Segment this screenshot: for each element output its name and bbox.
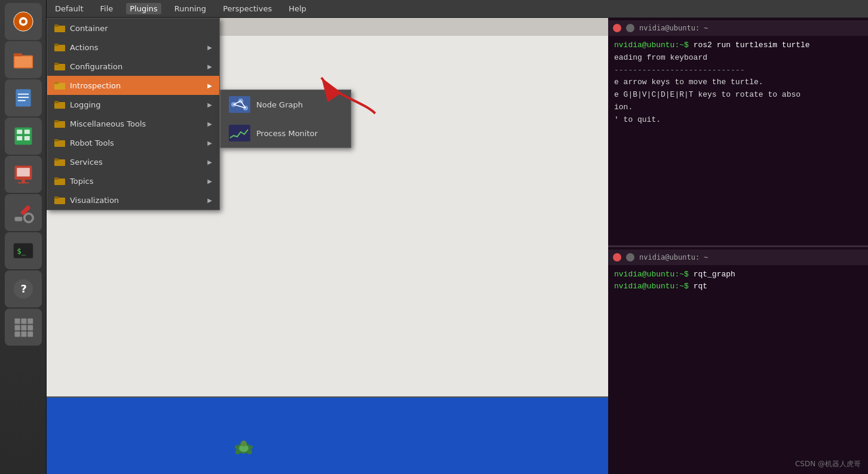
svg-rect-32 [14, 331, 20, 337]
terminal-top: nvidia@ubuntu: ~ nvidia@ubuntu:~$ ros2 r… [608, 18, 868, 247]
folder-icon-container [54, 23, 65, 33]
folder-icon-services [54, 156, 65, 167]
plugins-dropdown: Container Actions ▶ [47, 18, 220, 210]
term-bottom-line-1: nvidia@ubuntu:~$ rqt_graph [614, 269, 862, 281]
terminal-top-content: nvidia@ubuntu:~$ ros2 run turtlesim turt… [608, 36, 868, 130]
terminal-bottom-content: nvidia@ubuntu:~$ rqt_graph nvidia@ubuntu… [608, 265, 868, 297]
svg-text:?: ? [20, 282, 26, 295]
svg-rect-4 [13, 53, 22, 56]
svg-rect-29 [14, 325, 20, 330]
folder-icon [13, 49, 34, 70]
menu-item-visualization[interactable]: Visualization ▶ [47, 190, 219, 210]
terminal-bottom-header: nvidia@ubuntu: ~ [608, 250, 868, 265]
sidebar-icon-ros[interactable] [5, 3, 42, 40]
watermark: CSDN @机器人虎哥 [795, 459, 861, 469]
help-icon: ? [13, 278, 34, 300]
term-line-2: eading from keyboard [614, 52, 862, 64]
svg-rect-31 [27, 325, 33, 330]
svg-rect-52 [54, 177, 59, 180]
svg-rect-14 [24, 136, 29, 140]
tools-icon [13, 202, 34, 223]
terminal-icon: $_ [13, 240, 34, 261]
rqt-menubar: Default File Plugins Running Perspective… [47, 0, 868, 18]
arrow-icon-actions: ▶ [207, 44, 212, 51]
svg-rect-18 [18, 183, 29, 184]
submenu-item-node-graph[interactable]: Node Graph [220, 90, 351, 119]
folder-icon-visualization [54, 195, 65, 205]
svg-rect-16 [17, 168, 30, 176]
sidebar-icon-terminal[interactable]: $_ [5, 232, 42, 269]
menu-item-configuration[interactable]: Configuration ▶ [47, 57, 219, 76]
svg-rect-5 [14, 57, 32, 67]
sidebar: $_ ? [0, 0, 47, 474]
menu-file[interactable]: File [97, 3, 117, 14]
menu-item-introspection[interactable]: Introspection ▶ [47, 76, 219, 95]
sidebar-icon-tools[interactable] [5, 194, 42, 231]
svg-rect-13 [17, 136, 22, 140]
sidebar-icon-presentation[interactable] [5, 156, 42, 193]
terminal-area: nvidia@ubuntu: ~ nvidia@ubuntu:~$ ros2 r… [608, 18, 868, 474]
svg-point-21 [24, 214, 32, 222]
menu-running[interactable]: Running [171, 3, 210, 14]
submenu-item-process-monitor[interactable]: Process Monitor [220, 119, 351, 147]
svg-rect-20 [14, 217, 22, 221]
menu-item-topics[interactable]: Topics ▶ [47, 171, 219, 190]
svg-point-68 [247, 450, 252, 454]
submenu-item-process-monitor-label: Process Monitor [256, 129, 318, 138]
node-graph-icon [229, 96, 250, 113]
svg-rect-44 [54, 101, 59, 103]
sidebar-icon-files[interactable] [5, 41, 42, 78]
menu-item-services-label: Services [70, 158, 203, 167]
svg-rect-36 [54, 24, 59, 27]
folder-icon-topics [54, 176, 65, 186]
menu-item-container[interactable]: Container [47, 19, 219, 38]
menu-item-container-label: Container [70, 24, 212, 33]
folder-icon-logging [54, 99, 65, 110]
svg-rect-33 [21, 331, 26, 337]
menu-default[interactable]: Default [51, 3, 87, 14]
terminal-top-header: nvidia@ubuntu: ~ [608, 20, 868, 36]
term-close-dot-top[interactable] [613, 24, 621, 32]
svg-rect-26 [14, 319, 20, 324]
menu-item-logging[interactable]: Logging ▶ [47, 95, 219, 114]
menu-item-actions-label: Actions [70, 43, 203, 52]
submenu-item-node-graph-label: Node Graph [256, 100, 303, 109]
arrow-icon-robot-tools: ▶ [207, 140, 212, 146]
svg-text:$_: $_ [17, 247, 26, 256]
menu-item-robot-tools[interactable]: Robot Tools ▶ [47, 133, 219, 152]
menu-item-actions[interactable]: Actions ▶ [47, 38, 219, 57]
menu-item-introspection-label: Introspection [70, 81, 203, 90]
menu-item-configuration-label: Configuration [70, 62, 203, 71]
svg-rect-27 [21, 319, 26, 324]
svg-point-67 [235, 450, 240, 454]
menu-item-services[interactable]: Services ▶ [47, 152, 219, 171]
svg-rect-8 [18, 97, 29, 98]
arrow-icon-logging: ▶ [207, 101, 212, 108]
svg-rect-50 [54, 158, 59, 161]
presentation-icon [13, 164, 34, 185]
svg-rect-40 [54, 63, 59, 65]
menu-item-miscellaneous-tools[interactable]: Miscellaneous Tools ▶ [47, 114, 219, 133]
menu-perspectives[interactable]: Perspectives [219, 3, 275, 14]
arrow-icon-misc-tools: ▶ [207, 121, 212, 127]
arrow-icon-services: ▶ [207, 159, 212, 165]
menu-item-logging-label: Logging [70, 100, 203, 109]
sidebar-icon-document[interactable] [5, 79, 42, 116]
folder-icon-configuration [54, 61, 65, 72]
term-minimize-dot-top[interactable] [626, 24, 634, 32]
svg-rect-7 [18, 94, 29, 95]
turtlesim-window [47, 396, 608, 474]
sidebar-icon-help[interactable]: ? [5, 270, 42, 307]
sidebar-icon-grid[interactable] [5, 309, 42, 346]
term-close-dot-bottom[interactable] [613, 253, 621, 261]
sidebar-icon-spreadsheet[interactable] [5, 118, 42, 155]
menu-plugins[interactable]: Plugins [126, 3, 161, 14]
term-minimize-dot-bottom[interactable] [626, 253, 634, 261]
term-line-5: e G|B|V|C|D|E|R|T keys to rotate to abso [614, 89, 862, 101]
arrow-icon-introspection: ▶ [207, 82, 212, 89]
menu-help[interactable]: Help [285, 3, 310, 14]
term-line-3: ---------------------------- [614, 64, 862, 77]
svg-rect-30 [21, 325, 26, 330]
folder-icon-actions [54, 42, 65, 53]
term-line-6: ion. [614, 101, 862, 114]
